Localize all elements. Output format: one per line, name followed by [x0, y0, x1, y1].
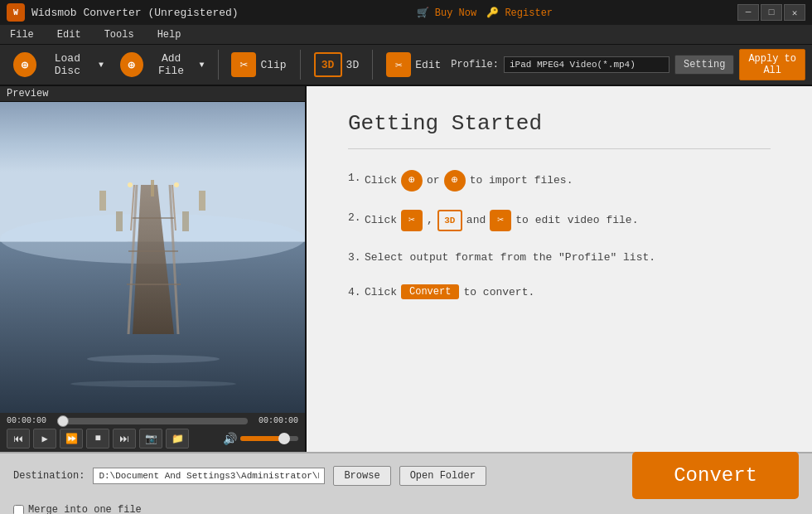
toolbar-divider-3: [372, 50, 373, 80]
timeline-thumb[interactable]: [57, 415, 69, 427]
step-1-text-after: to import files.: [470, 172, 573, 189]
load-disc-icon: ⊕: [13, 52, 36, 77]
play-button[interactable]: ▶: [33, 429, 56, 449]
buy-register-area: 🛒 Buy Now 🔑 Register: [417, 7, 553, 19]
edit-icon: ✂: [386, 52, 411, 77]
convert-inline-button[interactable]: Convert: [401, 284, 459, 299]
edit-label: Edit: [415, 59, 441, 71]
step-2-comma: ,: [427, 212, 433, 229]
edit-button[interactable]: ✂ Edit: [379, 49, 447, 80]
stop-button[interactable]: ■: [86, 429, 109, 449]
menu-tools[interactable]: Tools: [101, 27, 138, 42]
title-bar-left: W Widsmob Converter (Unregistered): [7, 3, 239, 22]
step-2-text-after: to edit video file.: [515, 212, 638, 229]
getting-started-title: Getting Started: [348, 111, 771, 136]
step-3-number: 3.: [348, 250, 365, 266]
step-2-number: 2.: [348, 210, 365, 226]
3d-label: 3D: [346, 59, 360, 71]
app-icon: W: [7, 3, 25, 22]
app-title: Widsmob Converter (Unregistered): [31, 7, 239, 19]
step-1-content: Click ⊕ or ⊕ to import files.: [365, 170, 573, 192]
edit-step-icon: ✂: [490, 210, 511, 231]
control-buttons: ⏮ ▶ ⏩ ■ ⏭ 📷 📁 🔊: [7, 429, 298, 449]
screenshot-button[interactable]: 📷: [139, 429, 162, 449]
menu-edit[interactable]: Edit: [54, 27, 85, 42]
volume-slider[interactable]: [240, 436, 298, 441]
merge-checkbox[interactable]: [13, 505, 24, 515]
menu-file[interactable]: File: [7, 27, 37, 42]
playback-controls: 00:00:00 00:00:00 ⏮ ▶ ⏩ ■ ⏭ 📷 📁 🔊: [0, 413, 305, 452]
volume-thumb[interactable]: [278, 433, 290, 444]
volume-area: 🔊: [223, 432, 298, 446]
convert-big-button[interactable]: Convert: [632, 452, 799, 499]
3d-button[interactable]: 3D 3D: [307, 49, 366, 80]
title-bar: W Widsmob Converter (Unregistered) 🛒 Buy…: [0, 0, 812, 25]
svg-point-12: [174, 182, 179, 187]
add-file-label: Add File: [147, 52, 196, 77]
clip-scissors-icon: ✂: [231, 52, 256, 77]
step-3-content: Select output format from the "Profile" …: [365, 250, 655, 266]
destination-label: Destination:: [13, 470, 85, 482]
setting-button[interactable]: Setting: [674, 55, 734, 75]
clip-step-icon: ✂: [401, 210, 423, 231]
menu-bar: File Edit Tools Help: [0, 25, 812, 45]
register-link[interactable]: 🔑 Register: [486, 7, 553, 19]
add-file-icon: ⊕: [120, 52, 143, 77]
bottom-bar: Destination: Browse Open Folder Convert …: [0, 452, 812, 514]
clip-label: Clip: [260, 59, 286, 71]
timeline-slider[interactable]: [57, 418, 248, 424]
step-4-text-before: Click: [365, 284, 397, 301]
3d-icon: 3D: [314, 52, 342, 77]
profile-area: Profile: iPad MPEG4 Video(*.mp4) Setting…: [451, 49, 805, 80]
skip-start-button[interactable]: ⏮: [7, 429, 30, 449]
toolbar-divider-2: [300, 50, 301, 80]
folder-button[interactable]: 📁: [166, 429, 189, 449]
skip-end-button[interactable]: ⏭: [113, 429, 136, 449]
step-3-text: Select output format from the "Profile" …: [365, 250, 655, 266]
step-1-number: 1.: [348, 170, 365, 187]
open-folder-button[interactable]: Open Folder: [399, 466, 486, 486]
minimize-button[interactable]: ─: [737, 4, 759, 21]
svg-point-14: [70, 381, 236, 387]
step-4: 4. Click Convert to convert.: [348, 284, 771, 301]
add-file-step-icon: ⊕: [444, 170, 466, 192]
video-preview: [0, 102, 305, 413]
apply-all-button[interactable]: Apply to All: [739, 49, 805, 80]
toolbar-divider-1: [218, 50, 219, 80]
menu-help[interactable]: Help: [154, 27, 185, 42]
right-panel: Getting Started 1. Click ⊕ or ⊕ to impor…: [307, 86, 812, 452]
load-disc-dropdown-arrow: ▼: [99, 61, 104, 70]
close-button[interactable]: ✕: [784, 4, 805, 21]
svg-point-13: [87, 355, 220, 363]
fast-forward-button[interactable]: ⏩: [60, 429, 83, 449]
step-4-number: 4.: [348, 284, 365, 301]
add-file-button[interactable]: ⊕ Add File ▼: [114, 49, 211, 80]
step-4-text-after: to convert.: [463, 284, 534, 301]
destination-path-input[interactable]: [93, 468, 325, 484]
merge-label: Merge into one file: [28, 504, 142, 514]
time-total: 00:00:00: [253, 416, 298, 425]
browse-button[interactable]: Browse: [333, 466, 390, 486]
clip-button[interactable]: ✂ Clip: [225, 49, 292, 80]
left-panel: Preview: [0, 86, 307, 452]
restore-button[interactable]: □: [761, 4, 782, 21]
bottom-content: Destination: Browse Open Folder Convert …: [13, 452, 799, 514]
volume-icon: 🔊: [223, 432, 237, 446]
step-4-content: Click Convert to convert.: [365, 284, 534, 301]
step-1-or: or: [427, 172, 440, 189]
step-1: 1. Click ⊕ or ⊕ to import files.: [348, 170, 771, 192]
bottom-top-row: Destination: Browse Open Folder Convert: [13, 452, 799, 499]
add-file-dropdown-arrow: ▼: [199, 61, 204, 70]
getting-started-divider: [348, 148, 771, 149]
profile-select[interactable]: iPad MPEG4 Video(*.mp4): [504, 56, 669, 73]
step-2: 2. Click ✂ , 3D and ✂ to edit video file…: [348, 210, 771, 231]
buy-now-link[interactable]: 🛒 Buy Now: [417, 7, 477, 19]
profile-label: Profile:: [451, 59, 499, 70]
main-content: Preview: [0, 86, 812, 452]
bottom-bottom-row: Merge into one file: [13, 504, 799, 514]
step-2-and: and: [466, 212, 486, 229]
preview-label: Preview: [0, 86, 305, 102]
step-3: 3. Select output format from the "Profil…: [348, 250, 771, 266]
toolbar: ⊕ Load Disc ▼ ⊕ Add File ▼ ✂ Clip 3D 3D …: [0, 45, 812, 86]
load-disc-button[interactable]: ⊕ Load Disc ▼: [7, 49, 110, 80]
